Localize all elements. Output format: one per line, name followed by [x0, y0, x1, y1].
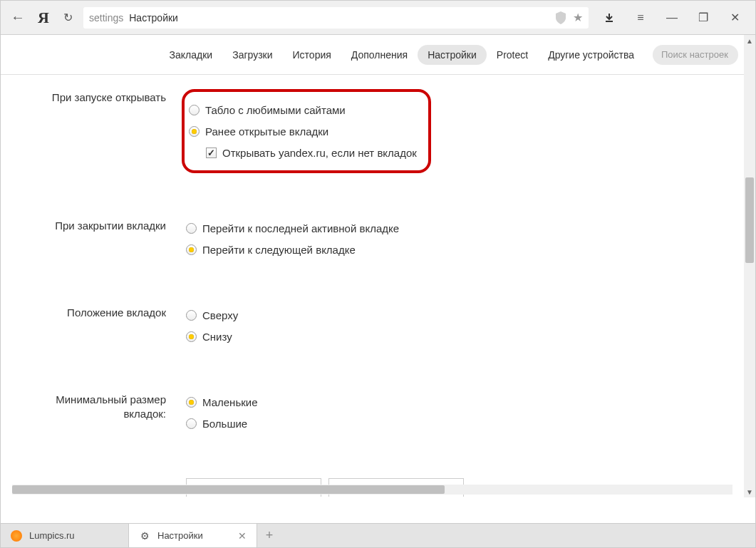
radio-startup-tablo[interactable]: Табло с любимыми сайтами — [189, 99, 417, 120]
section-label-startup: При запуске открывать — [29, 89, 186, 173]
vertical-scrollbar[interactable]: ▲ ▼ — [744, 35, 755, 497]
menu-button[interactable]: ≡ — [626, 7, 656, 29]
settings-body: При запуске открывать Табло с любимыми с… — [1, 75, 755, 497]
section-label-tab-position: Положение вкладок — [29, 304, 186, 347]
section-tab-position: Положение вкладок Сверху Снизу — [29, 304, 727, 347]
scroll-down-icon[interactable]: ▼ — [744, 486, 755, 497]
nav-tab-загрузки[interactable]: Загрузки — [222, 45, 282, 65]
browser-titlebar: ← Я ↻ settings Настройки ★ ≡ — ❐ ✕ — [1, 1, 755, 35]
nav-tab-настройки[interactable]: Настройки — [418, 45, 487, 65]
hscroll-thumb[interactable] — [12, 485, 445, 494]
radio-size-small[interactable]: Маленькие — [186, 391, 727, 413]
address-title: Настройки — [129, 12, 178, 24]
radio-size-large[interactable]: Большие — [186, 413, 727, 434]
nav-tab-история[interactable]: История — [283, 45, 341, 65]
gear-icon: ⚙ — [139, 530, 150, 542]
back-button[interactable]: ← — [6, 6, 29, 29]
new-tab-button[interactable]: + — [257, 524, 281, 547]
section-tab-size: Минимальный размер вкладок: Маленькие Бо… — [29, 391, 727, 434]
radio-icon — [186, 418, 197, 429]
scroll-thumb[interactable] — [745, 177, 754, 263]
page-content: ЗакладкиЗагрузкиИсторияДополненияНастрой… — [1, 35, 755, 497]
nav-tab-другие устройства[interactable]: Другие устройства — [538, 45, 644, 65]
protect-shield-icon[interactable] — [554, 11, 567, 24]
bookmark-star-icon[interactable]: ★ — [573, 11, 583, 24]
browser-tab-strip: Lumpics.ru ⚙ Настройки ✕ + — [1, 523, 755, 547]
section-label-close-tab: При закрытии вкладки — [29, 217, 186, 260]
checkbox-icon: ✓ — [206, 148, 217, 158]
nav-tab-закладки[interactable]: Закладки — [160, 45, 223, 65]
radio-icon — [186, 244, 197, 255]
highlight-annotation: Табло с любимыми сайтами Ранее открытые … — [182, 89, 431, 173]
tab-close-icon[interactable]: ✕ — [238, 530, 247, 542]
radio-icon — [186, 310, 197, 321]
section-label-tab-size: Минимальный размер вкладок: — [29, 391, 186, 434]
settings-nav: ЗакладкиЗагрузкиИсторияДополненияНастрой… — [1, 35, 755, 75]
horizontal-scrollbar[interactable] — [12, 485, 732, 495]
radio-position-top[interactable]: Сверху — [186, 304, 727, 326]
favicon-orange-icon — [11, 530, 22, 542]
window-close-button[interactable]: ✕ — [720, 7, 750, 29]
search-placeholder: Поиск настроек — [661, 49, 728, 60]
radio-icon — [186, 331, 197, 342]
section-close-tab: При закрытии вкладки Перейти к последней… — [29, 217, 727, 260]
address-url: settings — [89, 12, 123, 24]
yandex-logo-icon[interactable]: Я — [32, 6, 55, 29]
downloads-button[interactable] — [594, 7, 624, 29]
window-minimize-button[interactable]: — — [657, 7, 687, 29]
radio-startup-previous-tabs[interactable]: Ранее открытые вкладки — [189, 120, 417, 142]
scroll-up-icon[interactable]: ▲ — [744, 35, 755, 46]
radio-close-next[interactable]: Перейти к следующей вкладке — [186, 239, 727, 260]
window-maximize-button[interactable]: ❐ — [688, 7, 718, 29]
tab-lumpics[interactable]: Lumpics.ru — [1, 524, 129, 547]
search-settings-input[interactable]: Поиск настроек — [653, 45, 738, 65]
section-startup: При запуске открывать Табло с любимыми с… — [29, 89, 727, 173]
reload-button[interactable]: ↻ — [58, 8, 78, 28]
radio-position-bottom[interactable]: Снизу — [186, 326, 727, 347]
radio-icon — [189, 126, 200, 137]
radio-close-last-active[interactable]: Перейти к последней активной вкладке — [186, 217, 727, 239]
nav-tab-дополнения[interactable]: Дополнения — [341, 45, 418, 65]
address-bar[interactable]: settings Настройки ★ — [83, 7, 589, 29]
radio-icon — [189, 105, 200, 115]
checkbox-open-yandex[interactable]: ✓ Открывать yandex.ru, если нет вкладок — [206, 142, 417, 163]
radio-icon — [186, 223, 197, 234]
nav-tab-protect[interactable]: Protect — [487, 45, 538, 65]
tab-settings[interactable]: ⚙ Настройки ✕ — [129, 524, 257, 547]
radio-icon — [186, 397, 197, 408]
